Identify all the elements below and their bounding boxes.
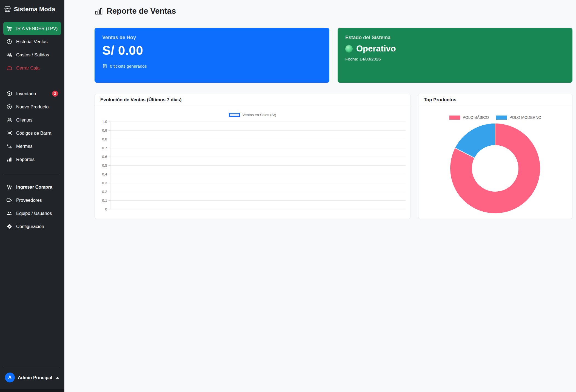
caret-up-icon bbox=[56, 377, 59, 379]
sidebar-nav-catalog: Inventario 2 Nuevo Producto Clientes bbox=[3, 87, 61, 166]
sidebar-item-label: IR A VENDER (TPV) bbox=[16, 26, 58, 31]
user-menu[interactable]: A Admin Principal bbox=[3, 368, 61, 389]
sidebar-item-ir-a-vender-tpv[interactable]: IR A VENDER (TPV) bbox=[3, 22, 61, 35]
people-icon bbox=[6, 117, 12, 123]
sidebar-item-reportes[interactable]: Reportes bbox=[3, 153, 61, 166]
y-tick-label: 0.1 bbox=[102, 198, 107, 203]
user-name: Admin Principal bbox=[18, 375, 52, 380]
legend-label: Ventas en Soles (S/) bbox=[243, 113, 276, 117]
y-axis-tick bbox=[109, 139, 110, 139]
line-chart-legend[interactable]: Ventas en Soles (S/) bbox=[95, 113, 410, 117]
sidebar-item-configuracion[interactable]: Configuración bbox=[3, 220, 61, 233]
gridline bbox=[110, 122, 405, 122]
top-products-card: Top Productos POLO BÁSICO POLO MODERNO bbox=[418, 94, 572, 219]
app-logo: Sistema Moda bbox=[3, 4, 61, 15]
status-date: Fecha: 14/03/2026 bbox=[345, 57, 565, 62]
tickets-label: 0 tickets generados bbox=[110, 64, 147, 69]
sidebar-item-label: Reportes bbox=[16, 157, 35, 162]
box-icon bbox=[6, 91, 12, 97]
y-axis-tick bbox=[109, 192, 110, 192]
sidebar-bottom-strip bbox=[0, 389, 64, 392]
gridline bbox=[110, 165, 405, 166]
sidebar-item-label: Historial Ventas bbox=[16, 39, 48, 44]
donut-chart-svg bbox=[449, 122, 541, 214]
donut-legend-item-polo-basico[interactable]: POLO BÁSICO bbox=[449, 115, 489, 120]
truck-icon bbox=[6, 197, 12, 203]
system-status-card: Estado del Sistema Operativo Fecha: 14/0… bbox=[338, 28, 572, 83]
y-axis-tick bbox=[109, 174, 110, 174]
donut-legend: POLO BÁSICO POLO MODERNO bbox=[449, 115, 541, 120]
y-axis-tick bbox=[109, 200, 110, 201]
gridline bbox=[110, 192, 405, 192]
app-window: Sistema Moda IR A VENDER (TPV) Historial… bbox=[0, 0, 576, 392]
y-tick-label: 0.3 bbox=[102, 181, 107, 185]
y-tick-label: 0.7 bbox=[102, 146, 107, 150]
gridline bbox=[110, 148, 405, 148]
gear-icon bbox=[6, 223, 12, 229]
legend-swatch bbox=[496, 116, 507, 120]
sidebar-item-historial-ventas[interactable]: Historial Ventas bbox=[3, 35, 61, 48]
sidebar-item-clientes[interactable]: Clientes bbox=[3, 113, 61, 126]
sidebar-item-cerrar-caja[interactable]: Cerrar Caja bbox=[3, 61, 61, 74]
legend-label: POLO MODERNO bbox=[509, 115, 541, 120]
sidebar-item-label: Proveedores bbox=[16, 198, 42, 203]
gridline bbox=[110, 139, 405, 139]
sidebar-divider bbox=[4, 173, 61, 173]
inventory-badge: 2 bbox=[52, 91, 58, 97]
sidebar: Sistema Moda IR A VENDER (TPV) Historial… bbox=[0, 0, 64, 392]
status-text: Operativo bbox=[356, 44, 396, 54]
y-axis-tick bbox=[109, 157, 110, 157]
y-tick-label: 0.2 bbox=[102, 190, 107, 194]
gridline bbox=[110, 130, 405, 131]
gridline bbox=[110, 200, 405, 201]
page-title: Reporte de Ventas bbox=[95, 7, 572, 16]
line-chart-area: Ventas en Soles (S/) 1.00.90.80.70.60.50… bbox=[95, 106, 410, 219]
sidebar-item-label: Nuevo Producto bbox=[16, 104, 49, 109]
y-tick-label: 0.9 bbox=[102, 128, 107, 132]
legend-label: POLO BÁSICO bbox=[463, 115, 489, 120]
y-tick-label: 0.4 bbox=[102, 172, 107, 176]
charts-row: Evolución de Ventas (Últimos 7 días) Ven… bbox=[95, 94, 572, 219]
sidebar-nav-primary: IR A VENDER (TPV) Historial Ventas $ Gas… bbox=[3, 22, 61, 74]
y-axis-tick bbox=[109, 183, 110, 183]
sidebar-item-gastos-salidas[interactable]: $ Gastos / Salidas bbox=[3, 48, 61, 61]
sidebar-item-mermas[interactable]: Mermas bbox=[3, 140, 61, 153]
y-tick-label: 0.5 bbox=[102, 163, 107, 168]
sidebar-item-ingresar-compra[interactable]: Ingresar Compra bbox=[3, 180, 61, 194]
clock-icon bbox=[6, 39, 12, 45]
y-tick-label: 0.6 bbox=[102, 155, 107, 159]
donut-chart-area: POLO BÁSICO POLO MODERNO bbox=[418, 106, 572, 219]
barcode-icon bbox=[6, 130, 12, 136]
sales-amount: S/ 0.00 bbox=[102, 43, 322, 58]
sidebar-item-label: Gastos / Salidas bbox=[16, 52, 49, 57]
svg-text:$: $ bbox=[10, 55, 11, 57]
gridline bbox=[110, 183, 405, 183]
sidebar-spacer bbox=[3, 233, 61, 364]
sidebar-item-equipo-usuarios[interactable]: Equipo / Usuarios bbox=[3, 207, 61, 220]
app-name: Sistema Moda bbox=[14, 6, 55, 13]
y-axis-tick bbox=[109, 148, 110, 148]
sidebar-item-codigos-de-barra[interactable]: Códigos de Barra bbox=[3, 126, 61, 140]
page-title-text: Reporte de Ventas bbox=[107, 7, 176, 16]
y-axis-tick bbox=[109, 130, 110, 131]
sidebar-item-proveedores[interactable]: Proveedores bbox=[3, 194, 61, 207]
swap-arrows-icon bbox=[6, 143, 12, 149]
gridline bbox=[110, 209, 405, 209]
sidebar-item-label: Cerrar Caja bbox=[16, 65, 39, 71]
cart-icon bbox=[6, 25, 12, 31]
sidebar-item-label: Configuración bbox=[16, 224, 44, 229]
sidebar-item-label: Inventario bbox=[16, 91, 36, 96]
bar-chart-icon bbox=[6, 156, 12, 162]
gridline bbox=[110, 157, 405, 157]
sidebar-item-label: Códigos de Barra bbox=[16, 131, 51, 136]
sidebar-item-label: Equipo / Usuarios bbox=[16, 211, 52, 216]
y-tick-label: 0.8 bbox=[102, 137, 107, 141]
plus-circle-icon bbox=[6, 104, 12, 110]
main-content: Reporte de Ventas Ventas de Hoy S/ 0.00 … bbox=[64, 0, 576, 392]
gridline bbox=[110, 174, 405, 174]
sidebar-item-inventario[interactable]: Inventario 2 bbox=[3, 87, 61, 100]
store-icon bbox=[4, 5, 11, 13]
donut-legend-item-polo-moderno[interactable]: POLO MODERNO bbox=[496, 115, 541, 120]
users-icon bbox=[6, 210, 12, 216]
sidebar-item-nuevo-producto[interactable]: Nuevo Producto bbox=[3, 100, 61, 113]
